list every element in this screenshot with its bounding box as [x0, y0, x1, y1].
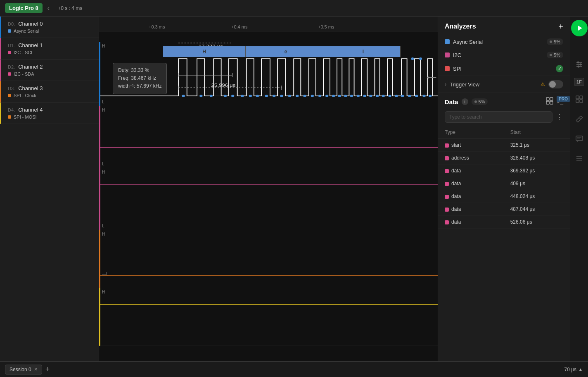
channel-name-1: Channel 1 [18, 42, 43, 48]
svg-point-34 [422, 95, 425, 97]
row-l-label-2: L [102, 224, 104, 228]
analyzers-title: Analyzers [445, 23, 476, 30]
channel-id-3: D3. [8, 86, 15, 91]
one-f-badge[interactable]: 1F [574, 78, 584, 86]
type-dot [445, 220, 449, 224]
chat-icon[interactable] [573, 132, 586, 146]
table-cell-type: data [438, 165, 504, 177]
type-dot [445, 156, 449, 160]
annotation-duty: Duty: 33.33 % [118, 67, 161, 74]
play-button[interactable] [571, 20, 588, 36]
table-row[interactable]: data 526.06 μs [438, 216, 570, 229]
table-row[interactable]: data 448.024 μs [438, 190, 570, 203]
channel-item-4[interactable]: D4. Channel 4 SPI - MOSI [0, 103, 99, 124]
time-label: +0 s : 4 ms [58, 5, 82, 11]
channel-id-4: D4. [8, 107, 15, 112]
waveform-area[interactable]: +0.3 ms +0.4 ms +0.5 ms H e I H 17.332 μ… [99, 17, 438, 361]
segment-labels: H e I [99, 31, 438, 42]
chevron-right-icon: › [445, 81, 446, 87]
analyzer-color-async [445, 39, 450, 44]
channel-name-2: Channel 2 [18, 64, 43, 70]
list-icon[interactable] [573, 152, 586, 165]
channel-dot-3 [8, 94, 11, 97]
search-input[interactable] [445, 111, 552, 123]
ruler-icon[interactable] [573, 112, 586, 126]
type-dot [445, 182, 449, 186]
session-close-icon[interactable]: ✕ [34, 367, 38, 372]
data-table: Type Start start 325.1 μs address 328.40… [438, 126, 570, 229]
svg-rect-52 [546, 101, 549, 104]
waveform-row-3[interactable]: H —L [99, 230, 438, 288]
svg-rect-61 [576, 96, 579, 99]
channel-item-3[interactable]: D3. Channel 3 SPI - Clock [0, 81, 99, 103]
svg-point-14 [288, 95, 291, 97]
right-sidebar: 1F [570, 17, 588, 361]
grid-layout-icon[interactable] [573, 93, 586, 106]
svg-rect-64 [580, 100, 583, 103]
table-cell-start: 325.1 μs [504, 139, 570, 152]
table-cell-start: 526.06 μs [504, 216, 570, 229]
data-info-icon[interactable]: i [462, 98, 468, 105]
channel-item-2[interactable]: D2. Channel 2 I2C - SDA [0, 60, 99, 81]
waveform-row-1[interactable]: H L [99, 106, 438, 168]
waveform-row-2[interactable]: H L [99, 168, 438, 230]
table-row[interactable]: start 325.1 μs [438, 139, 570, 152]
more-options-button[interactable]: ⋮ [556, 112, 563, 122]
search-row: ⋮ [438, 110, 570, 126]
svg-point-32 [408, 95, 411, 97]
table-row[interactable]: data 369.392 μs [438, 165, 570, 177]
time-tick-05: +0.5 ms [318, 24, 334, 29]
svg-point-25 [363, 95, 366, 97]
add-analyzer-button[interactable]: + [558, 22, 563, 31]
channel-dot-1 [8, 51, 11, 54]
analyzer-item-i2c[interactable]: I2C 5% [438, 48, 570, 62]
table-row[interactable]: address 328.408 μs [438, 152, 570, 165]
svg-marker-54 [578, 26, 582, 31]
table-cell-type: data [438, 177, 504, 190]
table-cell-start: 369.392 μs [504, 165, 570, 177]
table-cell-start: 328.408 μs [504, 152, 570, 165]
sliders-icon[interactable] [573, 58, 586, 71]
nav-back-icon[interactable]: ‹ [47, 5, 50, 12]
spi-check-icon: ✓ [556, 65, 563, 72]
channel-id-0: D0. [8, 21, 15, 26]
channel-sub-4: SPI - MOSI [14, 115, 37, 119]
channel-id-2: D2. [8, 64, 15, 69]
table-row[interactable]: data 409 μs [438, 177, 570, 190]
svg-point-8 [241, 95, 244, 97]
waveform-annotation: Duty: 33.33 % Freq: 38.467 kHz width⁻¹: … [113, 63, 167, 94]
svg-point-29 [388, 95, 391, 97]
data-section-header: Data i 5% >_ PRO [438, 93, 570, 110]
waveform-row-4[interactable]: H [99, 288, 438, 346]
svg-point-60 [577, 66, 579, 68]
data-pct-badge: 5% [472, 98, 488, 105]
analyzer-item-spi[interactable]: SPI ✓ [438, 62, 570, 76]
data-title: Data [445, 98, 458, 105]
session-tab[interactable]: Session 0 ✕ [5, 365, 42, 375]
segment-e: e [246, 46, 326, 57]
data-pct-dot [474, 100, 477, 103]
channel-item-1[interactable]: D1. Channel 1 I2C - SCL [0, 38, 99, 60]
segment-H: H [163, 46, 246, 57]
annotation-width: width⁻¹: 57.697 kHz [118, 82, 161, 90]
table-cell-type: data [438, 190, 504, 203]
analyzer-item-async[interactable]: Async Serial 5% [438, 35, 570, 48]
table-row[interactable]: data 487.044 μs [438, 203, 570, 216]
table-cell-start: 487.044 μs [504, 203, 570, 216]
grid-view-button[interactable] [546, 97, 553, 106]
row-h-label-1: H [102, 108, 105, 112]
svg-point-37 [419, 57, 422, 60]
channel-id-1: D1. [8, 43, 15, 48]
svg-point-28 [382, 95, 385, 97]
row-l-label-0: L [102, 100, 104, 104]
analyzer-pct-async: 5% [547, 38, 563, 45]
svg-rect-69 [576, 136, 583, 141]
trigger-view-toggle[interactable] [548, 80, 563, 88]
channel-item-0[interactable]: D0. Channel 0 Async Serial [0, 17, 99, 38]
add-session-button[interactable]: + [45, 365, 50, 374]
type-dot [445, 208, 449, 212]
bottom-bar: Session 0 ✕ + 70 μs ▲ [0, 361, 588, 377]
svg-point-7 [231, 95, 234, 97]
trigger-view-row[interactable]: › Trigger View ⚠ [438, 76, 570, 93]
svg-point-3 [182, 95, 185, 97]
